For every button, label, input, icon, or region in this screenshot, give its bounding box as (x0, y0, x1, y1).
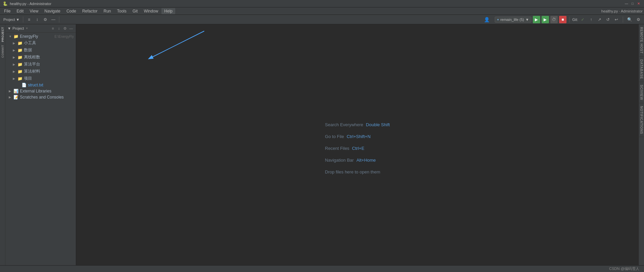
project-expand-btn[interactable]: ↕ (56, 26, 62, 31)
project-toolbar-section: Project ▼ ≡ ↕ ⚙ — (2, 16, 57, 23)
git-fetch-btn[interactable]: ↗ (596, 16, 603, 23)
menu-item-run[interactable]: Run (101, 8, 114, 14)
stop-button[interactable]: ■ (559, 16, 566, 23)
right-tab-remote-host[interactable]: Remote Host (639, 24, 644, 57)
xiaogongju-folder-icon: 📁 (18, 41, 23, 46)
xiangmu-arrow: ▶ (13, 77, 17, 80)
toolbar-user-btn[interactable]: 👤 (483, 16, 491, 23)
app-icon: 🐍 (3, 1, 8, 6)
suanfapingtai-folder-icon: 📁 (18, 62, 23, 67)
menu-item-view[interactable]: View (27, 8, 41, 14)
scratches-icon: 📝 (13, 95, 19, 100)
right-tab-notifications[interactable]: Notifications (639, 103, 644, 137)
tree-item-xiangmu[interactable]: ▶ 📁 项目 (5, 75, 76, 82)
menu-item-help[interactable]: Help (161, 8, 175, 14)
navigation-bar-label: Navigation Bar (325, 158, 354, 163)
git-undo-btn[interactable]: ↩ (613, 16, 620, 23)
recent-files-key: Ctrl+E (352, 146, 364, 151)
minimize-button[interactable]: — (624, 1, 629, 6)
menu-item-tools[interactable]: Tools (114, 8, 129, 14)
title-bar-left: 🐍 healthy.py - Administrator (3, 1, 51, 6)
toolbar-sep-4 (623, 17, 623, 23)
go-to-file-label: Go to File (325, 134, 344, 139)
tree-item-lixiankuang[interactable]: ▶ 📁 离线框数 (5, 54, 76, 61)
toolbar-expand-btn[interactable]: ↕ (33, 16, 41, 23)
project-header-text: Project (12, 26, 24, 30)
menu-right-info: healthy.py · Administrator (601, 9, 643, 13)
shuju-label: 数据 (24, 47, 74, 53)
toolbar-settings-gear-btn[interactable]: ⚙ (635, 16, 642, 23)
menu-item-code[interactable]: Code (64, 8, 79, 14)
project-close-btn[interactable]: — (68, 26, 74, 31)
energyfly-folder-icon: 📁 (13, 34, 19, 39)
right-tab-database[interactable]: Database (639, 57, 644, 82)
git-revert-btn[interactable]: ↺ (604, 16, 612, 23)
menu-item-navigate[interactable]: Navigate (42, 8, 63, 14)
activity-project-tab[interactable]: Project (1, 26, 5, 44)
maximize-button[interactable]: □ (630, 1, 635, 6)
menu-item-edit[interactable]: Edit (14, 8, 26, 14)
menu-item-refactor[interactable]: Refactor (80, 8, 100, 14)
svg-line-1 (150, 31, 204, 58)
lixiankuang-folder-icon: 📁 (18, 55, 23, 60)
tree-item-scratches[interactable]: ▶ 📝 Scratches and Consoles (5, 94, 76, 100)
menu-item-git[interactable]: Git (130, 8, 140, 14)
project-sort-btn[interactable]: ≡ (50, 26, 56, 31)
window-title: healthy.py - Administrator (10, 2, 51, 6)
main-layout: Project Commit ▼ Project ▼ ≡ ↕ ⚙ — ▼ (0, 24, 644, 272)
close-button[interactable]: ✕ (636, 1, 641, 6)
tree-item-external-libs[interactable]: ▶ 📊 External Libraries (5, 88, 76, 94)
editor-hints: Search Everywhere Double Shift Go to Fil… (325, 122, 390, 174)
run-button[interactable]: ▶ (533, 16, 540, 23)
git-label: Git: (572, 18, 578, 22)
toolbar-search-everywhere-btn[interactable]: 🔍 (626, 16, 633, 23)
navigation-bar-key: Alt+Home (357, 158, 376, 163)
left-activity-bar: Project Commit (0, 24, 5, 272)
struct-file-icon: 📄 (22, 83, 27, 87)
window-info: healthy.py · Administrator (601, 9, 643, 13)
energyfly-arrow: ▼ (9, 35, 13, 38)
struct-label: struct.txt (28, 83, 74, 87)
right-tab-sciview[interactable]: SciView (639, 82, 644, 103)
toolbar-collapse-btn[interactable]: ≡ (25, 16, 33, 23)
hint-search-everywhere: Search Everywhere Double Shift (325, 122, 390, 127)
run-config-arrow: ▼ (525, 18, 529, 22)
lixiankuang-label: 离线框数 (24, 54, 74, 60)
toolbar-minimize-panel-btn[interactable]: — (50, 16, 57, 23)
menu-item-file[interactable]: File (1, 8, 13, 14)
menu-item-window[interactable]: Window (141, 8, 161, 14)
suanfacailiao-label: 算法材料 (24, 69, 74, 74)
tree-item-xiaogongju[interactable]: ▶ 📁 小工具 (5, 39, 76, 47)
scratches-arrow: ▶ (9, 96, 13, 99)
tree-item-struct-txt[interactable]: 📄 struct.txt (5, 82, 76, 88)
project-config-btn[interactable]: ⚙ (62, 26, 68, 31)
project-header-label[interactable]: ▼ Project ▼ (7, 26, 28, 30)
tree-item-energyfly[interactable]: ▼ 📁 EnergyFly E:\EnergyFly (5, 33, 76, 39)
xiaogongju-label: 小工具 (24, 40, 74, 46)
coverage-button[interactable]: ▶ (542, 16, 549, 23)
toolbar-project-dropdown[interactable]: Project ▼ (2, 16, 21, 23)
toolbar-settings-btn[interactable]: ⚙ (41, 16, 49, 23)
tree-item-suanfapingtai[interactable]: ▶ 📁 算法平台 (5, 61, 76, 68)
title-bar-controls: — □ ✕ (624, 1, 641, 6)
search-everywhere-label: Search Everywhere (325, 122, 363, 127)
energyfly-label: EnergyFly (20, 34, 53, 39)
profile-button[interactable]: ⏱ (550, 16, 558, 23)
menu-bar: File Edit View Navigate Code Refactor Ru… (0, 7, 644, 15)
title-bar: 🐍 healthy.py - Administrator — □ ✕ (0, 0, 644, 7)
git-check-btn[interactable]: ✓ (579, 16, 586, 23)
suanfacailiao-arrow: ▶ (13, 70, 17, 73)
tree-item-shuju[interactable]: ▶ 📁 数据 (5, 47, 76, 54)
suanfapingtai-arrow: ▶ (13, 63, 17, 66)
activity-commit-tab[interactable]: Commit (1, 44, 5, 59)
suanfacailiao-folder-icon: 📁 (18, 69, 23, 74)
hint-recent-files: Recent Files Ctrl+E (325, 146, 390, 151)
git-push-btn[interactable]: ↑ (587, 16, 595, 23)
run-config-label: remain_life (5) (500, 18, 524, 22)
tree-item-suanfacailiao[interactable]: ▶ 📁 算法材料 (5, 68, 76, 75)
blue-arrow-annotation (130, 28, 238, 68)
toolbar-run-section: 👤 ● remain_life (5) ▼ ▶ ▶ ⏱ ■ Git: ✓ ↑ ↗… (483, 16, 642, 23)
run-config-selector[interactable]: ● remain_life (5) ▼ (495, 17, 531, 23)
energyfly-path: E:\EnergyFly (55, 35, 74, 38)
go-to-file-key: Ctrl+Shift+N (347, 134, 371, 139)
